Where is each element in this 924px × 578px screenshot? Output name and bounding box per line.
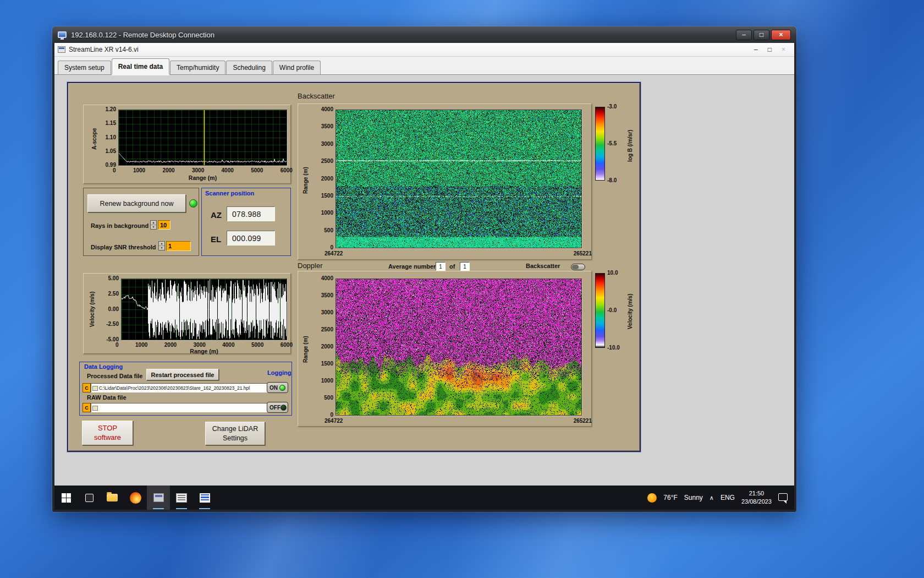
logging-on-led xyxy=(279,385,285,391)
elevation-label: EL xyxy=(211,235,221,244)
doppler-colorbar-ticks: 10.0-0.0-10.0 xyxy=(607,270,626,351)
notification-center-icon[interactable] xyxy=(778,493,788,501)
average-of-label: of xyxy=(449,263,455,270)
folder-icon xyxy=(107,494,118,501)
logging-on-button[interactable]: ON xyxy=(267,382,288,393)
data-logging-title: Data Logging xyxy=(84,363,123,370)
doppler-plot-canvas xyxy=(336,279,581,415)
backscatter-x-ticks: 264722265221 xyxy=(324,250,592,257)
taskbar-tray: 76°F Sunny ∧ ENG 21:50 23/08/2023 xyxy=(647,489,794,506)
data-logging-group: Data Logging Processed Data file Restart… xyxy=(79,362,292,416)
processed-drive-box[interactable]: C xyxy=(82,383,91,392)
stop-software-button[interactable]: STOP software xyxy=(82,421,133,445)
firefox-button[interactable] xyxy=(124,486,147,510)
raw-data-file-label: RAW Data file xyxy=(87,394,127,401)
ascope-y-ticks: 1.201.151.101.050.99 xyxy=(99,106,116,168)
backscatter-y-axis-label: Range (m) xyxy=(302,167,309,194)
app-client-area: A-scope 1.201.151.101.050.99 01000200030… xyxy=(54,75,794,486)
tab-scheduling[interactable]: Scheduling xyxy=(226,61,272,74)
file-explorer-button[interactable] xyxy=(101,486,124,510)
tab-temp-humidity[interactable]: Temp/humidity xyxy=(170,61,226,74)
scan-scheduler-button[interactable] xyxy=(170,486,193,510)
real-time-data-panel: A-scope 1.201.151.101.050.99 01000200030… xyxy=(67,82,641,452)
velocity-plot-canvas xyxy=(122,279,287,340)
rays-value-field[interactable]: 10 xyxy=(158,220,170,230)
tab-wind-profile[interactable]: Wind profile xyxy=(273,61,321,74)
backscatter-plot-canvas xyxy=(336,110,581,248)
app-close-button[interactable]: × xyxy=(782,46,785,53)
ascope-plot xyxy=(118,110,287,166)
elevation-value: 000.099 xyxy=(227,231,275,246)
tab-system-setup[interactable]: System setup xyxy=(58,61,111,74)
taskbar: 76°F Sunny ∧ ENG 21:50 23/08/2023 xyxy=(54,486,794,510)
rdp-minimize-button[interactable]: – xyxy=(736,30,752,40)
rdp-window: 192.168.0.122 - Remote Desktop Connectio… xyxy=(52,26,796,512)
task-view-button[interactable] xyxy=(78,486,101,510)
velocity-plot xyxy=(121,279,287,340)
tab-strip: System setup Real time data Temp/humidit… xyxy=(54,57,794,75)
weather-condition[interactable]: Sunny xyxy=(684,494,703,501)
raw-drive-box[interactable]: C xyxy=(82,403,91,412)
background-controls-group: Renew background now Rays in background … xyxy=(83,188,199,256)
velocity-y-ticks: 5.002.500.00-2.50-5.00 xyxy=(99,275,119,342)
renew-background-button[interactable]: Renew background now xyxy=(87,194,186,212)
remote-computer-icon xyxy=(58,31,67,38)
task-view-icon xyxy=(85,494,94,502)
app-restore-button[interactable]: □ xyxy=(768,46,772,53)
ascope-plot-canvas xyxy=(119,110,287,165)
app-minimize-button[interactable]: – xyxy=(754,46,758,53)
app-window-icon xyxy=(153,493,164,502)
change-lidar-settings-button[interactable]: Change LiDAR Settings xyxy=(205,422,265,445)
notes-app-button[interactable] xyxy=(193,486,216,510)
azimuth-value: 078.988 xyxy=(227,206,275,221)
snr-threshold-label: Display SNR threshold xyxy=(91,244,156,250)
scan-scheduler-icon xyxy=(176,493,187,503)
language-indicator[interactable]: ENG xyxy=(721,494,735,501)
doppler-y-axis-label: Range (m) xyxy=(302,336,309,363)
app-titlebar[interactable]: StreamLine XR v14-6.vi – □ × xyxy=(54,43,794,57)
rdp-close-button[interactable]: × xyxy=(771,30,791,40)
tab-real-time-data[interactable]: Real time data xyxy=(112,58,169,74)
velocity-graph-frame: Velocity (m/s) 5.002.500.00-2.50-5.00 01… xyxy=(83,273,291,354)
clock-time: 21:50 xyxy=(741,489,772,498)
logging-off-button[interactable]: OFF xyxy=(267,402,288,413)
processed-path-field[interactable]: C:\Lidar\Data\Proc\2023\202308\20230823\… xyxy=(91,383,273,392)
rdp-titlebar[interactable]: 192.168.0.122 - Remote Desktop Connectio… xyxy=(52,26,796,43)
clock-date: 23/08/2023 xyxy=(741,498,772,506)
doppler-graph-frame: Range (m) 400035003000250020001500100050… xyxy=(298,271,592,427)
rdp-maximize-button[interactable]: □ xyxy=(754,30,769,40)
chevron-up-icon[interactable]: ∧ xyxy=(710,494,714,501)
restart-processed-file-button[interactable]: Restart processed file xyxy=(146,369,219,380)
ascope-x-axis-label: Range (m) xyxy=(118,175,287,181)
rays-in-background-label: Rays in background xyxy=(91,222,148,229)
average-total-field[interactable]: 1 xyxy=(460,262,470,271)
doppler-colorbar xyxy=(595,273,605,348)
snr-value-field[interactable]: 1 xyxy=(166,241,191,251)
backscatter-section-title: Backscatter xyxy=(298,92,335,100)
weather-temp[interactable]: 76°F xyxy=(663,494,677,501)
snr-spinner[interactable]: ▲▼ xyxy=(158,241,165,250)
streamline-app-button[interactable] xyxy=(147,486,170,510)
doppler-x-ticks: 264722265221 xyxy=(324,418,592,424)
raw-path-field[interactable] xyxy=(91,403,273,412)
velocity-x-ticks: 0100020003000400050006000 xyxy=(116,342,293,348)
backscatter-y-ticks: 40003500300025002000150010005000 xyxy=(316,106,333,250)
backscatter-toggle-switch[interactable] xyxy=(571,264,585,270)
doppler-section-title: Doppler xyxy=(298,261,323,270)
start-button[interactable] xyxy=(54,486,78,510)
taskbar-clock[interactable]: 21:50 23/08/2023 xyxy=(741,489,772,506)
average-number-field[interactable]: 1 xyxy=(436,262,446,271)
rdp-window-title: 192.168.0.122 - Remote Desktop Connectio… xyxy=(71,31,215,39)
rdp-window-controls: – □ × xyxy=(736,30,791,40)
azimuth-label: AZ xyxy=(211,210,222,220)
average-number-label: Average number xyxy=(388,263,436,270)
weather-sun-icon[interactable] xyxy=(647,493,657,503)
firefox-icon xyxy=(130,492,141,504)
doppler-colorbar-label: Velocity (m/s) xyxy=(627,294,633,329)
blue-lines-icon xyxy=(200,493,210,503)
backscatter-graph-frame: Range (m) 400035003000250020001500100050… xyxy=(298,103,592,260)
rays-spinner[interactable]: ▲▼ xyxy=(150,220,157,230)
renew-status-led xyxy=(189,199,197,208)
windows-logo-icon xyxy=(62,493,71,503)
desktop-background: 192.168.0.122 - Remote Desktop Connectio… xyxy=(0,0,924,578)
